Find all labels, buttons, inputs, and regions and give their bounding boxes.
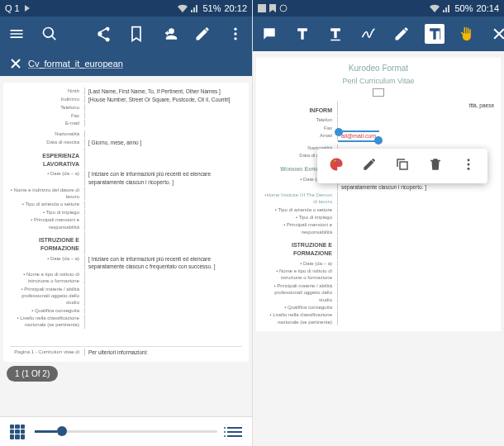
battery-text: 50% (454, 3, 473, 13)
status-bar: Q 1 51% 20:12 (0, 0, 252, 17)
field-label: • Tipo di azienda o settore (10, 201, 84, 207)
info-icon (279, 4, 288, 12)
annotation-toolbar (253, 17, 504, 51)
document-area[interactable]: Kurodeo Format Peril Curriculum Vitae IN… (253, 51, 504, 446)
time-text: 20:14 (476, 3, 499, 13)
copy-button[interactable] (395, 157, 410, 175)
flag-icon (373, 88, 384, 97)
doc-subtitle: Peril Curriculum Vitae (263, 76, 494, 87)
share-button[interactable] (93, 24, 113, 44)
draw-tool[interactable] (392, 24, 411, 44)
annotation-text: ail@mail.com (341, 133, 376, 139)
field-label: Nazionalità (10, 130, 84, 137)
field-label: Fax (10, 112, 84, 119)
svg-point-4 (280, 5, 287, 12)
grid-view-button[interactable] (10, 425, 25, 439)
field-label: • Livello nella classificazione nazional… (263, 311, 337, 325)
field-value: [Last Name, First Name, To, If Pertinent… (84, 88, 242, 95)
field-label: • Qualifica conseguita (10, 307, 84, 314)
bookmark-status-icon (269, 4, 276, 12)
field-label: • Principali mansioni e responsabilità (10, 216, 84, 230)
tab-bar: Cv_format_it_european (0, 51, 252, 76)
edit-annotation-button[interactable] (362, 157, 377, 175)
page-slider[interactable] (35, 430, 217, 433)
svg-point-0 (234, 28, 236, 31)
svg-point-1 (234, 32, 236, 35)
field-label: • Date (da – a) (10, 170, 84, 185)
signal-icon (443, 4, 451, 12)
status-text: Q 1 (5, 3, 20, 13)
signal-icon (191, 4, 199, 12)
visible-fragment: tttà, paese (337, 102, 494, 116)
svg-point-9 (334, 159, 335, 161)
add-user-button[interactable] (159, 24, 179, 44)
field-value: [ Giorno, mese, anno ] (84, 139, 242, 146)
field-label: E-mail (10, 120, 84, 126)
bookmark-button[interactable] (126, 24, 146, 44)
play-icon (23, 4, 31, 12)
wifi-icon (178, 4, 188, 12)
comment-tool[interactable] (259, 24, 279, 44)
field-label: • Nome e tipo di istituto di istruzione … (263, 268, 337, 282)
svg-point-13 (468, 164, 470, 166)
svg-rect-11 (400, 162, 407, 169)
menu-button[interactable] (7, 24, 26, 44)
document-page: Ninth[Last Name, First Name, To, If Pert… (3, 83, 249, 362)
field-label: • Principali mansioni e responsabilità (263, 221, 337, 235)
field-label: Amail (263, 132, 337, 140)
section-header: INFORM (263, 107, 332, 115)
section-header: ISTRUZIONE E FORMAZIONE (10, 236, 79, 253)
edit-button[interactable] (193, 24, 212, 44)
field-label: •Home Institute Of The Demon di lavoro (263, 192, 337, 206)
left-phone: Q 1 51% 20:12 Cv_format_it_european (0, 0, 252, 446)
field-label: • Principali materie / abilità professio… (263, 282, 337, 303)
bottom-bar (0, 416, 252, 446)
status-bar: 50% 20:14 (253, 0, 504, 17)
signature-tool[interactable] (359, 24, 378, 44)
selected-annotation[interactable]: ail@mail.com (341, 132, 376, 140)
field-value: [House Number, Street Or Square, Postcod… (84, 96, 242, 103)
context-menu (317, 149, 487, 183)
outline-button[interactable] (227, 427, 242, 437)
document-page: Kurodeo Format Peril Curriculum Vitae IN… (256, 58, 501, 331)
main-toolbar (0, 17, 252, 51)
search-button[interactable] (40, 24, 59, 44)
field-label: • Tipo di azienda o settore (263, 206, 337, 213)
close-button[interactable] (489, 24, 504, 44)
textbox-tool[interactable] (425, 24, 445, 44)
text-tool[interactable] (292, 24, 312, 44)
right-phone: 50% 20:14 Kurodeo Format Peril Curriculu… (252, 0, 504, 446)
underline-tool[interactable] (326, 24, 345, 44)
field-label: Indirizzo (10, 96, 84, 103)
fb-icon (258, 4, 266, 12)
field-label: • Nome e tipo di istituto di istruzione … (10, 271, 84, 285)
field-label: Telefono (10, 104, 84, 111)
time-text: 20:12 (224, 3, 247, 13)
field-label: • Livello nella classificazione nazional… (10, 315, 84, 329)
delete-button[interactable] (428, 157, 443, 175)
field-label: Data di nascita (10, 139, 84, 146)
footer-text: Pagina 1 - Curriculum vitae di (10, 349, 84, 356)
tab-filename[interactable]: Cv_format_it_european (28, 59, 123, 69)
doc-title: Kurodeo Format (263, 63, 494, 74)
section-header: ESPERIENZA LAVORATIVA (10, 152, 79, 168)
field-label: • Tipo di impiego (10, 209, 84, 216)
field-label: • Principali materie / abilità professio… (10, 286, 84, 306)
pan-tool[interactable] (456, 24, 476, 44)
field-value: [ Iniziare con le informazioni più recen… (84, 255, 242, 270)
close-tab-icon[interactable] (10, 58, 21, 69)
field-label: • Date (da – a) (10, 255, 84, 270)
field-label: • Tipo di impiego (263, 214, 337, 221)
document-area[interactable]: Ninth[Last Name, First Name, To, If Pert… (0, 76, 252, 416)
color-button[interactable] (329, 157, 344, 175)
field-label: Fax (263, 125, 337, 131)
svg-point-12 (468, 159, 470, 161)
more-button[interactable] (226, 24, 245, 44)
field-label: Telefon (263, 116, 337, 123)
battery-text: 51% (202, 3, 221, 13)
field-label: • Qualifica conseguita (263, 304, 337, 311)
field-value: [ Iniziare con le informazioni più recen… (84, 170, 242, 185)
page-indicator: 1 (1 Of 2) (7, 366, 58, 382)
svg-point-14 (468, 168, 470, 170)
more-options-button[interactable] (461, 157, 476, 175)
